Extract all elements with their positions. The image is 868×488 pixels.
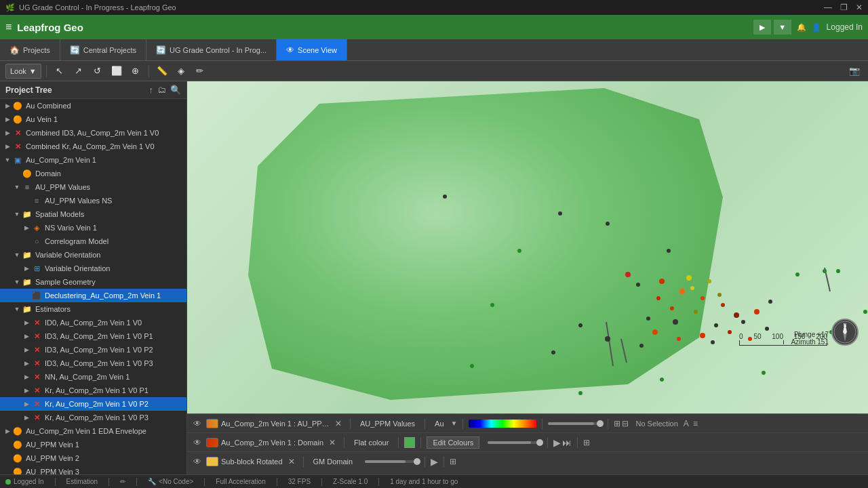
tree-item-au-vein1[interactable]: ▶ 🟠 Au Vein 1 (0, 113, 186, 126)
minimize-button[interactable]: — (824, 3, 832, 12)
viewport[interactable]: Plunge +17 Azimuth 151 0 50 100 150 200 (187, 81, 868, 474)
label-au-ppm-1: AU_PPM Vein 1 (26, 441, 79, 449)
tree-item-var-orient2[interactable]: ▶ ⊞ Variable Orientation (0, 262, 186, 275)
tree-item-eda[interactable]: ▶ 🟠 Au_Comp_2m Vein 1 EDA Envelope (0, 424, 186, 438)
tab-projects[interactable]: 🏠 Projects (0, 39, 60, 60)
tree-item-aucomp2m[interactable]: ▼ ▣ Au_Comp_2m Vein 1 (0, 153, 186, 167)
play-forward-icon[interactable]: ▶ (553, 437, 561, 448)
tree-item-id3-p2[interactable]: ▶ ✕ ID3, Au_Comp_2m Vein 1 V0 P2 (0, 343, 186, 357)
tree-item-au-ppm-1[interactable]: 🟠 AU_PPM Vein 1 (0, 438, 186, 451)
legend-grid-s-icon[interactable]: ⊞ (450, 457, 456, 466)
icon-id3-p3: ✕ (31, 358, 42, 369)
tree-item-combined-kr[interactable]: ▶ ✕ Combined Kr, Au_Comp_2m Vein 1 V0 (0, 140, 186, 153)
play-fast-forward-icon[interactable]: ⏭ (562, 437, 572, 448)
tree-item-estimators[interactable]: ▼ 📁 Estimators (0, 302, 186, 316)
play-sb-icon[interactable]: ▶ (431, 456, 438, 467)
icon-kr-p2: ✕ (31, 399, 42, 409)
tree-item-sample-geo[interactable]: ▼ 📁 Sample Geometry (0, 275, 186, 289)
legend-options-auppm: ⊞ ⊟ (614, 419, 629, 428)
dropdown-button[interactable]: ▼ (774, 20, 791, 35)
close-button[interactable]: ✕ (856, 3, 863, 12)
maximize-button[interactable]: ❐ (840, 3, 848, 12)
tree-item-id3-p1[interactable]: ▶ ✕ ID3, Au_Comp_2m Vein 1 V0 P1 (0, 329, 186, 343)
play-button[interactable]: ▶ (753, 20, 771, 35)
filter-icon[interactable]: 🗂 (157, 85, 166, 95)
legend-close-auppm[interactable]: ✕ (332, 419, 344, 428)
status-sep-1 (55, 478, 56, 486)
slider-thumb-domain[interactable] (536, 439, 543, 446)
tree-item-nn-vein1[interactable]: ▶ ✕ NN, Au_Comp_2m Vein 1 (0, 370, 186, 384)
arrow-kr-p1: ▶ (22, 387, 31, 394)
legend-slider-subblock[interactable] (365, 460, 419, 463)
plane-button[interactable]: ◈ (173, 64, 189, 79)
legend-flat-color-swatch[interactable] (404, 437, 415, 448)
arrow-spatial-models: ▼ (12, 211, 22, 218)
search-icon[interactable]: 🔍 (170, 85, 181, 95)
tree-item-var-orient[interactable]: ▼ 📁 Variable Orientation (0, 248, 186, 262)
tab-scene[interactable]: 👁 Scene View (277, 39, 347, 60)
status-login-label: Logged In (14, 478, 44, 485)
legend-expand-icon[interactable]: ⊟ (622, 419, 629, 428)
edit-colors-button[interactable]: Edit Colours (427, 436, 479, 449)
tree-item-au-ppm-2[interactable]: 🟠 AU_PPM Vein 2 (0, 451, 186, 465)
arrow-id3-p2: ▶ (22, 346, 31, 353)
label-domain: Domain (35, 169, 61, 178)
tree-item-combined-id3[interactable]: ▶ ✕ Combined ID3, Au_Comp_2m Vein 1 V0 (0, 126, 186, 140)
legend-eye-auppm[interactable]: 👁 (191, 419, 203, 428)
scale-labels: 0 50 100 150 200 (739, 333, 827, 340)
tree-item-spatial-models[interactable]: ▼ 📁 Spatial Models (0, 207, 186, 221)
collapse-icon[interactable]: ↑ (149, 85, 154, 95)
slider-thumb-subblock[interactable] (414, 458, 420, 465)
legend-grid-d-icon[interactable]: ⊞ (583, 438, 590, 447)
tab-ug-grade[interactable]: 🔄 UG Grade Control - In Prog... (146, 39, 277, 60)
svg-text:N: N (843, 323, 846, 327)
tree-item-id0[interactable]: ▶ ✕ ID0, Au_Comp_2m Vein 1 V0 (0, 316, 186, 329)
legend-text-icon[interactable]: A (684, 419, 689, 428)
tree-item-correlogram[interactable]: ○ Correlogram Model (0, 235, 186, 248)
tree-container[interactable]: ▶ 🟠 Au Combined ▶ 🟠 Au Vein 1 ▶ ✕ Combin… (0, 99, 186, 474)
draw-button[interactable]: ✏ (192, 64, 208, 79)
move-tool-button[interactable]: ⊕ (127, 64, 144, 79)
legend-au-dropdown[interactable]: ▼ (451, 420, 458, 427)
status-edit: ✏ (120, 478, 125, 485)
slider-thumb-auppm[interactable] (597, 420, 604, 427)
legend-eye-domain[interactable]: 👁 (191, 438, 203, 447)
icon-spatial-models: 📁 (22, 209, 33, 220)
tree-item-id3-p3[interactable]: ▶ ✕ ID3, Au_Comp_2m Vein 1 V0 P3 (0, 357, 186, 370)
measure-button[interactable]: 📏 (154, 64, 170, 79)
scale-0: 0 (739, 333, 743, 340)
camera-button[interactable]: 📷 (846, 64, 863, 79)
legend-eye-subblock[interactable]: 👁 (191, 457, 203, 466)
legend-slider-auppm[interactable] (548, 422, 602, 425)
pointer-tool-button[interactable]: ↗ (71, 64, 87, 79)
rotate-tool-button[interactable]: ↺ (90, 64, 106, 79)
status-sep-7 (378, 478, 379, 486)
legend-table-icon[interactable]: ≡ (693, 419, 698, 428)
menu-icon[interactable]: ≡ (5, 21, 12, 33)
legend-close-subblock[interactable]: ✕ (285, 457, 298, 466)
legend-slider-domain[interactable] (488, 441, 542, 444)
label-correlogram: Correlogram Model (45, 237, 108, 245)
tree-item-ns-vario[interactable]: ▶ ◈ NS Vario Vein 1 (0, 221, 186, 235)
tree-item-au-ppm-values[interactable]: ▼ ≡ AU_PPM Values (0, 180, 186, 194)
app-controls: ▶ ▼ (753, 20, 791, 35)
tree-item-kr-p2[interactable]: ▶ ✕ Kr, Au_Comp_2m Vein 1 V0 P2 (0, 397, 186, 411)
tree-item-domain[interactable]: 🟠 Domain (0, 167, 186, 180)
box-select-button[interactable]: ⬜ (108, 64, 125, 79)
tree-item-au-combined[interactable]: ▶ 🟠 Au Combined (0, 99, 186, 113)
legend-divider-1 (350, 418, 351, 429)
tab-central[interactable]: 🔄 Central Projects (60, 39, 146, 60)
legend-close-domain[interactable]: ✕ (326, 438, 338, 447)
tree-item-au-ppm-ns[interactable]: ≡ AU_PPM Values NS (0, 194, 186, 207)
tree-item-kr-p3[interactable]: ▶ ✕ Kr, Au_Comp_2m Vein 1 V0 P3 (0, 411, 186, 424)
bell-icon[interactable]: 🔔 (797, 23, 806, 32)
tree-item-kr-p1[interactable]: ▶ ✕ Kr, Au_Comp_2m Vein 1 V0 P1 (0, 384, 186, 397)
look-dropdown[interactable]: Look ▼ (5, 64, 41, 79)
legend-grid-icon[interactable]: ⊞ (614, 419, 620, 428)
legend-panel: 👁 Au_Comp_2m Vein 1 : AU_PPM Values ✕ AU… (187, 413, 868, 474)
select-tool-button[interactable]: ↖ (52, 64, 68, 79)
label-combined-id3: Combined ID3, Au_Comp_2m Vein 1 V0 (26, 129, 159, 137)
tree-item-au-ppm-3[interactable]: 🟠 AU_PPM Vein 3 (0, 465, 186, 474)
user-icon[interactable]: 👤 (812, 23, 821, 32)
tree-item-declustering[interactable]: ⬛ Declustering_Au_Comp_2m Vein 1 (0, 289, 186, 302)
